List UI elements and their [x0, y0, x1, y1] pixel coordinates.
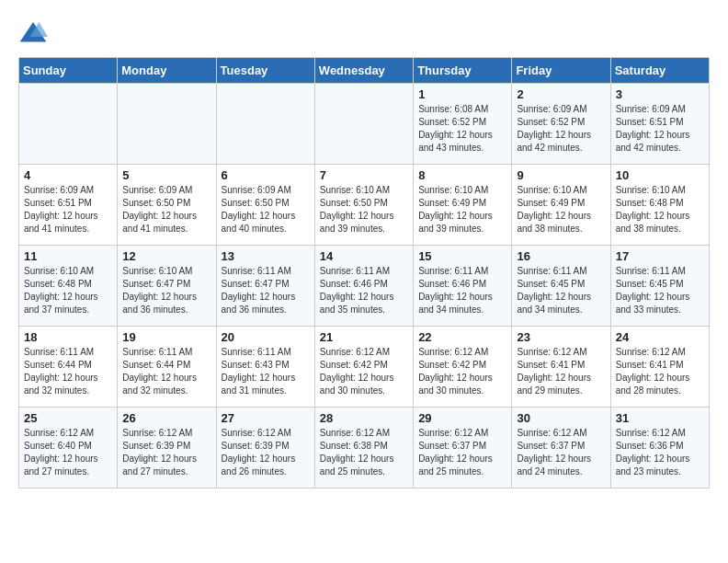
- calendar-cell: [19, 84, 118, 165]
- calendar-cell: 6Sunrise: 6:09 AM Sunset: 6:50 PM Daylig…: [216, 165, 314, 246]
- calendar-cell: 2Sunrise: 6:09 AM Sunset: 6:52 PM Daylig…: [512, 84, 610, 165]
- calendar-cell: [216, 84, 314, 165]
- day-info: Sunrise: 6:12 AM Sunset: 6:37 PM Dayligh…: [517, 427, 605, 478]
- day-number: 15: [418, 249, 506, 263]
- day-info: Sunrise: 6:11 AM Sunset: 6:46 PM Dayligh…: [418, 265, 506, 316]
- day-info: Sunrise: 6:12 AM Sunset: 6:39 PM Dayligh…: [122, 427, 210, 478]
- day-info: Sunrise: 6:10 AM Sunset: 6:49 PM Dayligh…: [418, 184, 506, 236]
- calendar-header-row: SundayMondayTuesdayWednesdayThursdayFrid…: [19, 58, 710, 84]
- calendar-table: SundayMondayTuesdayWednesdayThursdayFrid…: [18, 57, 710, 488]
- calendar-cell: 15Sunrise: 6:11 AM Sunset: 6:46 PM Dayli…: [414, 246, 512, 327]
- day-info: Sunrise: 6:12 AM Sunset: 6:41 PM Dayligh…: [616, 346, 704, 397]
- day-number: 31: [616, 411, 704, 425]
- logo-icon: [18, 18, 48, 48]
- day-info: Sunrise: 6:12 AM Sunset: 6:36 PM Dayligh…: [616, 427, 704, 478]
- calendar-cell: 21Sunrise: 6:12 AM Sunset: 6:42 PM Dayli…: [314, 327, 413, 408]
- day-number: 29: [418, 411, 506, 425]
- day-number: 22: [418, 330, 506, 344]
- day-number: 20: [222, 330, 310, 344]
- day-number: 23: [517, 330, 605, 344]
- calendar-week-row: 1Sunrise: 6:08 AM Sunset: 6:52 PM Daylig…: [19, 84, 710, 165]
- calendar-cell: 23Sunrise: 6:12 AM Sunset: 6:41 PM Dayli…: [512, 327, 610, 408]
- calendar-cell: 24Sunrise: 6:12 AM Sunset: 6:41 PM Dayli…: [610, 327, 709, 408]
- day-info: Sunrise: 6:09 AM Sunset: 6:50 PM Dayligh…: [222, 184, 310, 236]
- day-info: Sunrise: 6:11 AM Sunset: 6:47 PM Dayligh…: [222, 265, 310, 316]
- day-of-week-header: Monday: [118, 58, 216, 84]
- calendar-cell: 17Sunrise: 6:11 AM Sunset: 6:45 PM Dayli…: [610, 246, 709, 327]
- calendar-cell: 11Sunrise: 6:10 AM Sunset: 6:48 PM Dayli…: [19, 246, 118, 327]
- day-info: Sunrise: 6:11 AM Sunset: 6:44 PM Dayligh…: [122, 346, 210, 397]
- day-info: Sunrise: 6:09 AM Sunset: 6:51 PM Dayligh…: [24, 184, 112, 236]
- calendar-week-row: 11Sunrise: 6:10 AM Sunset: 6:48 PM Dayli…: [19, 246, 710, 327]
- calendar-cell: 27Sunrise: 6:12 AM Sunset: 6:39 PM Dayli…: [216, 408, 314, 488]
- day-number: 9: [517, 168, 605, 182]
- calendar-cell: 18Sunrise: 6:11 AM Sunset: 6:44 PM Dayli…: [19, 327, 118, 408]
- calendar-week-row: 18Sunrise: 6:11 AM Sunset: 6:44 PM Dayli…: [19, 327, 710, 408]
- day-number: 7: [320, 168, 408, 182]
- calendar-cell: 28Sunrise: 6:12 AM Sunset: 6:38 PM Dayli…: [314, 408, 413, 488]
- calendar-cell: 30Sunrise: 6:12 AM Sunset: 6:37 PM Dayli…: [512, 408, 610, 488]
- day-info: Sunrise: 6:11 AM Sunset: 6:45 PM Dayligh…: [517, 265, 605, 316]
- day-info: Sunrise: 6:09 AM Sunset: 6:51 PM Dayligh…: [616, 103, 704, 155]
- day-info: Sunrise: 6:12 AM Sunset: 6:40 PM Dayligh…: [24, 427, 112, 478]
- day-number: 8: [418, 168, 506, 182]
- day-number: 27: [222, 411, 310, 425]
- logo: [18, 18, 53, 48]
- day-info: Sunrise: 6:10 AM Sunset: 6:49 PM Dayligh…: [517, 184, 605, 236]
- calendar-cell: 8Sunrise: 6:10 AM Sunset: 6:49 PM Daylig…: [414, 165, 512, 246]
- calendar-week-row: 25Sunrise: 6:12 AM Sunset: 6:40 PM Dayli…: [19, 408, 710, 488]
- day-of-week-header: Wednesday: [314, 58, 413, 84]
- day-number: 19: [122, 330, 210, 344]
- day-of-week-header: Saturday: [610, 58, 709, 84]
- calendar-cell: 10Sunrise: 6:10 AM Sunset: 6:48 PM Dayli…: [610, 165, 709, 246]
- day-number: 25: [24, 411, 112, 425]
- day-info: Sunrise: 6:10 AM Sunset: 6:48 PM Dayligh…: [616, 184, 704, 236]
- day-of-week-header: Friday: [512, 58, 610, 84]
- day-info: Sunrise: 6:12 AM Sunset: 6:42 PM Dayligh…: [320, 346, 408, 397]
- day-number: 10: [616, 168, 704, 182]
- calendar-cell: 22Sunrise: 6:12 AM Sunset: 6:42 PM Dayli…: [414, 327, 512, 408]
- calendar-cell: 19Sunrise: 6:11 AM Sunset: 6:44 PM Dayli…: [118, 327, 216, 408]
- calendar-cell: 4Sunrise: 6:09 AM Sunset: 6:51 PM Daylig…: [19, 165, 118, 246]
- calendar-cell: 20Sunrise: 6:11 AM Sunset: 6:43 PM Dayli…: [216, 327, 314, 408]
- day-info: Sunrise: 6:10 AM Sunset: 6:47 PM Dayligh…: [122, 265, 210, 316]
- day-number: 13: [222, 249, 310, 263]
- day-of-week-header: Sunday: [19, 58, 118, 84]
- calendar-cell: 12Sunrise: 6:10 AM Sunset: 6:47 PM Dayli…: [118, 246, 216, 327]
- day-number: 14: [320, 249, 408, 263]
- calendar-cell: 13Sunrise: 6:11 AM Sunset: 6:47 PM Dayli…: [216, 246, 314, 327]
- calendar-cell: 14Sunrise: 6:11 AM Sunset: 6:46 PM Dayli…: [314, 246, 413, 327]
- day-number: 28: [320, 411, 408, 425]
- day-info: Sunrise: 6:11 AM Sunset: 6:45 PM Dayligh…: [616, 265, 704, 316]
- day-number: 1: [418, 87, 506, 101]
- day-number: 30: [517, 411, 605, 425]
- calendar-week-row: 4Sunrise: 6:09 AM Sunset: 6:51 PM Daylig…: [19, 165, 710, 246]
- day-info: Sunrise: 6:09 AM Sunset: 6:52 PM Dayligh…: [517, 103, 605, 155]
- day-of-week-header: Thursday: [414, 58, 512, 84]
- day-number: 12: [122, 249, 210, 263]
- page-header: [18, 18, 710, 48]
- day-info: Sunrise: 6:09 AM Sunset: 6:50 PM Dayligh…: [122, 184, 210, 236]
- day-info: Sunrise: 6:12 AM Sunset: 6:38 PM Dayligh…: [320, 427, 408, 478]
- day-info: Sunrise: 6:10 AM Sunset: 6:48 PM Dayligh…: [24, 265, 112, 316]
- day-number: 5: [122, 168, 210, 182]
- day-info: Sunrise: 6:12 AM Sunset: 6:42 PM Dayligh…: [418, 346, 506, 397]
- day-number: 16: [517, 249, 605, 263]
- calendar-cell: 9Sunrise: 6:10 AM Sunset: 6:49 PM Daylig…: [512, 165, 610, 246]
- calendar-cell: 1Sunrise: 6:08 AM Sunset: 6:52 PM Daylig…: [414, 84, 512, 165]
- day-number: 26: [122, 411, 210, 425]
- calendar-cell: 3Sunrise: 6:09 AM Sunset: 6:51 PM Daylig…: [610, 84, 709, 165]
- calendar-cell: 5Sunrise: 6:09 AM Sunset: 6:50 PM Daylig…: [118, 165, 216, 246]
- day-info: Sunrise: 6:11 AM Sunset: 6:43 PM Dayligh…: [222, 346, 310, 397]
- calendar-cell: [314, 84, 413, 165]
- day-number: 6: [222, 168, 310, 182]
- day-number: 11: [24, 249, 112, 263]
- day-number: 24: [616, 330, 704, 344]
- day-number: 3: [616, 87, 704, 101]
- day-of-week-header: Tuesday: [216, 58, 314, 84]
- day-number: 4: [24, 168, 112, 182]
- calendar-cell: 26Sunrise: 6:12 AM Sunset: 6:39 PM Dayli…: [118, 408, 216, 488]
- day-info: Sunrise: 6:10 AM Sunset: 6:50 PM Dayligh…: [320, 184, 408, 236]
- calendar-cell: 7Sunrise: 6:10 AM Sunset: 6:50 PM Daylig…: [314, 165, 413, 246]
- day-info: Sunrise: 6:08 AM Sunset: 6:52 PM Dayligh…: [418, 103, 506, 155]
